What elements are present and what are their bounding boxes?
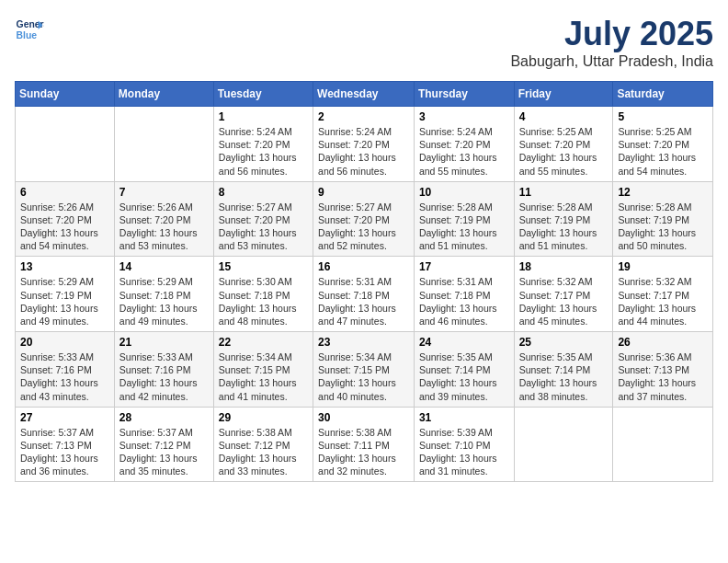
day-number: 12 <box>618 186 708 199</box>
day-number: 20 <box>20 336 109 349</box>
title-area: July 2025 Babugarh, Uttar Pradesh, India <box>510 15 713 70</box>
calendar-cell: 5Sunrise: 5:25 AM Sunset: 7:20 PM Daylig… <box>613 107 713 182</box>
calendar-cell: 14Sunrise: 5:29 AM Sunset: 7:18 PM Dayli… <box>114 257 213 332</box>
calendar-cell: 15Sunrise: 5:30 AM Sunset: 7:18 PM Dayli… <box>213 257 313 332</box>
day-info: Sunrise: 5:32 AM Sunset: 7:17 PM Dayligh… <box>618 275 708 327</box>
day-number: 29 <box>219 411 308 424</box>
calendar-cell: 18Sunrise: 5:32 AM Sunset: 7:17 PM Dayli… <box>514 257 613 332</box>
calendar-body: 1Sunrise: 5:24 AM Sunset: 7:20 PM Daylig… <box>16 107 713 482</box>
day-info: Sunrise: 5:26 AM Sunset: 7:20 PM Dayligh… <box>20 201 109 253</box>
day-info: Sunrise: 5:33 AM Sunset: 7:16 PM Dayligh… <box>119 350 209 403</box>
week-row-2: 6Sunrise: 5:26 AM Sunset: 7:20 PM Daylig… <box>16 181 713 257</box>
day-info: Sunrise: 5:38 AM Sunset: 7:11 PM Dayligh… <box>318 426 409 478</box>
calendar-cell <box>16 107 115 182</box>
calendar-cell <box>514 407 613 482</box>
day-number: 25 <box>519 336 609 349</box>
weekday-header-row: SundayMondayTuesdayWednesdayThursdayFrid… <box>16 82 713 107</box>
calendar-cell: 20Sunrise: 5:33 AM Sunset: 7:16 PM Dayli… <box>16 332 115 408</box>
day-info: Sunrise: 5:27 AM Sunset: 7:20 PM Dayligh… <box>318 201 409 253</box>
day-info: Sunrise: 5:35 AM Sunset: 7:14 PM Dayligh… <box>419 350 509 403</box>
week-row-4: 20Sunrise: 5:33 AM Sunset: 7:16 PM Dayli… <box>16 332 713 408</box>
day-info: Sunrise: 5:38 AM Sunset: 7:12 PM Dayligh… <box>219 426 308 478</box>
calendar-cell: 27Sunrise: 5:37 AM Sunset: 7:13 PM Dayli… <box>16 407 115 482</box>
day-info: Sunrise: 5:24 AM Sunset: 7:20 PM Dayligh… <box>219 125 308 178</box>
calendar-cell: 1Sunrise: 5:24 AM Sunset: 7:20 PM Daylig… <box>213 107 313 182</box>
day-number: 6 <box>20 186 109 199</box>
week-row-3: 13Sunrise: 5:29 AM Sunset: 7:19 PM Dayli… <box>16 257 713 332</box>
day-number: 15 <box>219 260 308 273</box>
calendar-cell: 23Sunrise: 5:34 AM Sunset: 7:15 PM Dayli… <box>313 332 415 408</box>
weekday-wednesday: Wednesday <box>313 82 415 107</box>
day-number: 8 <box>219 186 308 199</box>
day-info: Sunrise: 5:28 AM Sunset: 7:19 PM Dayligh… <box>419 201 509 253</box>
day-number: 1 <box>219 110 308 123</box>
day-info: Sunrise: 5:34 AM Sunset: 7:15 PM Dayligh… <box>318 350 409 403</box>
calendar-cell: 24Sunrise: 5:35 AM Sunset: 7:14 PM Dayli… <box>414 332 514 408</box>
day-info: Sunrise: 5:35 AM Sunset: 7:14 PM Dayligh… <box>519 350 609 403</box>
calendar-cell: 13Sunrise: 5:29 AM Sunset: 7:19 PM Dayli… <box>16 257 115 332</box>
calendar-cell: 10Sunrise: 5:28 AM Sunset: 7:19 PM Dayli… <box>414 181 514 257</box>
day-info: Sunrise: 5:37 AM Sunset: 7:13 PM Dayligh… <box>20 426 109 478</box>
calendar-cell: 30Sunrise: 5:38 AM Sunset: 7:11 PM Dayli… <box>313 407 415 482</box>
day-number: 24 <box>419 336 509 349</box>
day-number: 9 <box>318 186 409 199</box>
calendar-table: SundayMondayTuesdayWednesdayThursdayFrid… <box>15 81 713 482</box>
day-number: 4 <box>519 110 609 123</box>
weekday-friday: Friday <box>514 82 613 107</box>
calendar-cell: 12Sunrise: 5:28 AM Sunset: 7:19 PM Dayli… <box>613 181 713 257</box>
day-info: Sunrise: 5:25 AM Sunset: 7:20 PM Dayligh… <box>618 125 708 178</box>
day-number: 22 <box>219 336 308 349</box>
day-info: Sunrise: 5:36 AM Sunset: 7:13 PM Dayligh… <box>618 350 708 403</box>
day-number: 26 <box>618 336 708 349</box>
logo-icon: General Blue <box>15 15 44 44</box>
weekday-thursday: Thursday <box>414 82 514 107</box>
page-header: General Blue July 2025 Babugarh, Uttar P… <box>15 15 713 70</box>
day-number: 11 <box>519 186 609 199</box>
weekday-tuesday: Tuesday <box>213 82 313 107</box>
week-row-5: 27Sunrise: 5:37 AM Sunset: 7:13 PM Dayli… <box>16 407 713 482</box>
calendar-cell: 19Sunrise: 5:32 AM Sunset: 7:17 PM Dayli… <box>613 257 713 332</box>
weekday-sunday: Sunday <box>16 82 115 107</box>
calendar-cell: 21Sunrise: 5:33 AM Sunset: 7:16 PM Dayli… <box>114 332 213 408</box>
day-number: 14 <box>119 260 209 273</box>
calendar-cell: 22Sunrise: 5:34 AM Sunset: 7:15 PM Dayli… <box>213 332 313 408</box>
calendar-cell: 8Sunrise: 5:27 AM Sunset: 7:20 PM Daylig… <box>213 181 313 257</box>
day-info: Sunrise: 5:33 AM Sunset: 7:16 PM Dayligh… <box>20 350 109 403</box>
calendar-cell: 2Sunrise: 5:24 AM Sunset: 7:20 PM Daylig… <box>313 107 415 182</box>
day-number: 23 <box>318 336 409 349</box>
day-number: 10 <box>419 186 509 199</box>
calendar-cell: 31Sunrise: 5:39 AM Sunset: 7:10 PM Dayli… <box>414 407 514 482</box>
day-info: Sunrise: 5:28 AM Sunset: 7:19 PM Dayligh… <box>519 201 609 253</box>
calendar-cell: 9Sunrise: 5:27 AM Sunset: 7:20 PM Daylig… <box>313 181 415 257</box>
day-info: Sunrise: 5:31 AM Sunset: 7:18 PM Dayligh… <box>419 275 509 327</box>
calendar-cell: 29Sunrise: 5:38 AM Sunset: 7:12 PM Dayli… <box>213 407 313 482</box>
logo: General Blue <box>15 15 44 44</box>
day-info: Sunrise: 5:34 AM Sunset: 7:15 PM Dayligh… <box>219 350 308 403</box>
day-info: Sunrise: 5:39 AM Sunset: 7:10 PM Dayligh… <box>419 426 509 478</box>
day-number: 18 <box>519 260 609 273</box>
day-info: Sunrise: 5:26 AM Sunset: 7:20 PM Dayligh… <box>119 201 209 253</box>
day-number: 7 <box>119 186 209 199</box>
day-number: 28 <box>119 411 209 424</box>
day-number: 13 <box>20 260 109 273</box>
calendar-cell <box>613 407 713 482</box>
day-number: 27 <box>20 411 109 424</box>
calendar-cell: 17Sunrise: 5:31 AM Sunset: 7:18 PM Dayli… <box>414 257 514 332</box>
day-number: 19 <box>618 260 708 273</box>
calendar-cell: 28Sunrise: 5:37 AM Sunset: 7:12 PM Dayli… <box>114 407 213 482</box>
day-number: 2 <box>318 110 409 123</box>
calendar-cell: 4Sunrise: 5:25 AM Sunset: 7:20 PM Daylig… <box>514 107 613 182</box>
day-number: 16 <box>318 260 409 273</box>
calendar-cell: 25Sunrise: 5:35 AM Sunset: 7:14 PM Dayli… <box>514 332 613 408</box>
calendar-cell: 6Sunrise: 5:26 AM Sunset: 7:20 PM Daylig… <box>16 181 115 257</box>
day-info: Sunrise: 5:27 AM Sunset: 7:20 PM Dayligh… <box>219 201 308 253</box>
calendar-cell: 3Sunrise: 5:24 AM Sunset: 7:20 PM Daylig… <box>414 107 514 182</box>
day-info: Sunrise: 5:37 AM Sunset: 7:12 PM Dayligh… <box>119 426 209 478</box>
day-info: Sunrise: 5:30 AM Sunset: 7:18 PM Dayligh… <box>219 275 308 327</box>
location-title: Babugarh, Uttar Pradesh, India <box>510 53 713 70</box>
day-info: Sunrise: 5:29 AM Sunset: 7:19 PM Dayligh… <box>20 275 109 327</box>
day-number: 21 <box>119 336 209 349</box>
day-info: Sunrise: 5:32 AM Sunset: 7:17 PM Dayligh… <box>519 275 609 327</box>
day-info: Sunrise: 5:24 AM Sunset: 7:20 PM Dayligh… <box>419 125 509 178</box>
calendar-cell: 7Sunrise: 5:26 AM Sunset: 7:20 PM Daylig… <box>114 181 213 257</box>
